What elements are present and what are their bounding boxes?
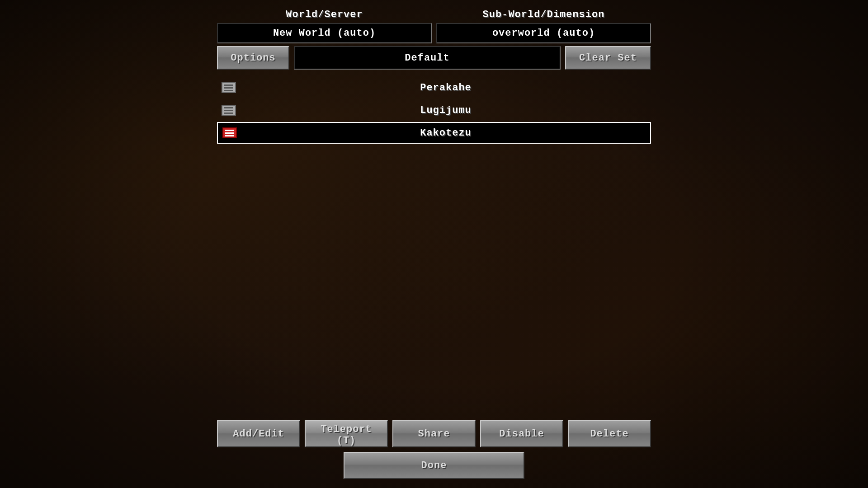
default-field: Default <box>294 46 561 70</box>
icon-line <box>224 87 233 89</box>
main-container: World/Server Sub-World/Dimension New Wor… <box>0 0 868 488</box>
list-item[interactable]: Perakahe <box>217 77 651 99</box>
done-button[interactable]: Done <box>344 452 524 479</box>
waypoint-name: Lugijumu <box>244 105 647 116</box>
waypoint-icon-red <box>222 127 237 138</box>
world-server-field: New World (auto) <box>217 23 432 43</box>
icon-line <box>224 110 233 111</box>
options-button[interactable]: Options <box>217 46 289 70</box>
icon-line <box>225 132 234 134</box>
waypoint-icon <box>221 104 237 117</box>
teleport-button[interactable]: Teleport (T) <box>305 420 388 447</box>
clear-set-button[interactable]: Clear Set <box>565 46 651 70</box>
waypoint-name: Kakotezu <box>245 127 646 139</box>
add-edit-button[interactable]: Add/Edit <box>217 420 300 447</box>
bottom-section: Add/Edit Teleport (T) Share Disable Dele… <box>217 420 651 479</box>
labels-row: World/Server Sub-World/Dimension <box>217 9 651 20</box>
list-item-selected[interactable]: Kakotezu <box>217 122 651 144</box>
waypoint-name: Perakahe <box>244 82 647 94</box>
sub-world-dimension-label: Sub-World/Dimension <box>436 9 651 20</box>
delete-button[interactable]: Delete <box>568 420 651 447</box>
action-buttons-row: Add/Edit Teleport (T) Share Disable Dele… <box>217 420 651 447</box>
list-item[interactable]: Lugijumu <box>217 99 651 121</box>
waypoints-list: Perakahe Lugijumu Kakotezu <box>217 77 651 144</box>
waypoint-icon <box>221 81 237 94</box>
world-server-label: World/Server <box>217 9 432 20</box>
controls-row: Options Default Clear Set <box>217 46 651 70</box>
waypoint-icon-gray <box>222 82 236 93</box>
waypoint-icon <box>222 127 238 139</box>
sub-world-field: overworld (auto) <box>436 23 651 43</box>
share-button[interactable]: Share <box>392 420 476 447</box>
disable-button[interactable]: Disable <box>480 420 563 447</box>
top-section: World/Server Sub-World/Dimension New Wor… <box>217 9 651 70</box>
fields-row: New World (auto) overworld (auto) <box>217 23 651 43</box>
waypoint-icon-gray <box>222 105 236 116</box>
